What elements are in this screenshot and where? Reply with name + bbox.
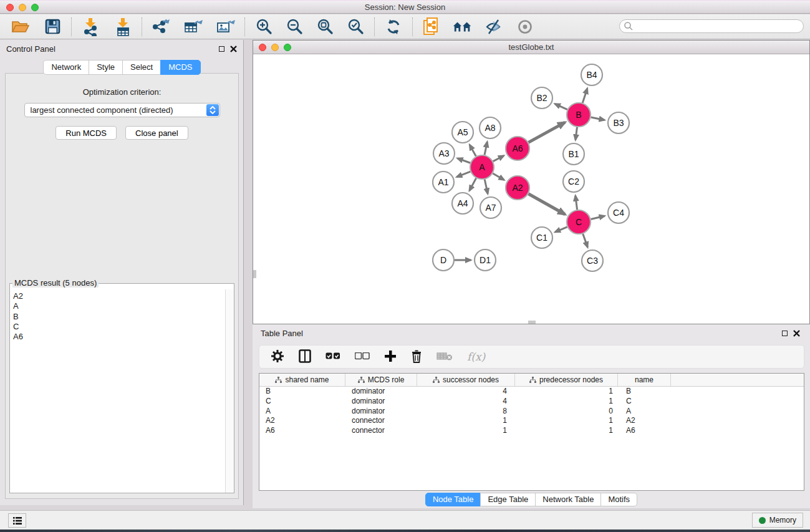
tab-motifs[interactable]: Motifs bbox=[600, 493, 637, 506]
table-row[interactable]: Cdominator41C bbox=[259, 397, 804, 407]
graph-edge-A2-C[interactable] bbox=[528, 194, 565, 215]
mcds-result-list[interactable]: A2ABCA6 bbox=[11, 290, 225, 492]
table-cell[interactable]: connector bbox=[345, 416, 417, 426]
table-float-panel-icon[interactable] bbox=[782, 331, 788, 336]
graph-node-C2[interactable]: C2 bbox=[563, 171, 584, 192]
table-row[interactable]: A6connector11A6 bbox=[259, 426, 804, 436]
table-cell[interactable]: 1 bbox=[515, 416, 618, 426]
zoom-selected-icon[interactable] bbox=[345, 17, 365, 36]
task-history-button[interactable] bbox=[8, 513, 26, 528]
graph-node-A2[interactable]: A2 bbox=[506, 176, 529, 200]
graph-node-A6[interactable]: A6 bbox=[506, 137, 529, 160]
graph-node-C3[interactable]: C3 bbox=[582, 250, 603, 271]
close-panel-button[interactable]: Close panel bbox=[125, 126, 188, 140]
memory-button[interactable]: Memory bbox=[752, 513, 803, 528]
column-header-shared-name[interactable]: shared name bbox=[259, 374, 345, 386]
graph-node-B3[interactable]: B3 bbox=[608, 112, 629, 133]
table-cell[interactable]: 1 bbox=[417, 416, 515, 426]
settings-gear-icon[interactable] bbox=[271, 349, 284, 365]
zoom-in-icon[interactable] bbox=[254, 17, 274, 36]
import-network-icon[interactable] bbox=[80, 17, 100, 36]
network-close-button[interactable] bbox=[259, 44, 266, 51]
column-header-MCDS-role[interactable]: MCDS role bbox=[345, 374, 417, 386]
graph-edge-C-C2[interactable] bbox=[576, 196, 577, 210]
graph-node-B4[interactable]: B4 bbox=[581, 64, 602, 85]
network-hscroll-thumb[interactable] bbox=[528, 321, 536, 324]
deselect-all-columns-icon[interactable] bbox=[355, 352, 370, 362]
graph-node-A[interactable]: A bbox=[470, 155, 494, 179]
hide-graphics-details-icon[interactable] bbox=[484, 17, 504, 36]
graph-node-C1[interactable]: C1 bbox=[531, 227, 552, 248]
column-header-successor-nodes[interactable]: successor nodes bbox=[417, 374, 515, 386]
float-panel-icon[interactable] bbox=[219, 46, 224, 52]
clone-network-icon[interactable] bbox=[422, 17, 441, 36]
add-column-icon[interactable] bbox=[384, 350, 397, 364]
tab-select[interactable]: Select bbox=[122, 60, 161, 75]
table-cell[interactable]: A6 bbox=[259, 426, 345, 436]
tab-style[interactable]: Style bbox=[89, 60, 123, 75]
graph-edge-B-B2[interactable] bbox=[555, 104, 567, 110]
graph-node-D1[interactable]: D1 bbox=[475, 249, 496, 271]
graph-edge-A-A8[interactable] bbox=[485, 142, 487, 155]
table-cell[interactable]: A bbox=[259, 407, 345, 417]
table-cell[interactable]: A6 bbox=[618, 426, 671, 436]
open-session-icon[interactable] bbox=[10, 17, 30, 36]
graph-node-A5[interactable]: A5 bbox=[452, 122, 473, 143]
zoom-out-icon[interactable] bbox=[284, 17, 304, 36]
graph-node-A1[interactable]: A1 bbox=[433, 172, 454, 193]
graph-edge-B-B4[interactable] bbox=[582, 89, 587, 103]
graph-edge-B-B1[interactable] bbox=[576, 127, 577, 140]
save-session-icon[interactable] bbox=[42, 17, 62, 36]
tab-network-table[interactable]: Network Table bbox=[535, 493, 601, 506]
table-cell[interactable]: dominator bbox=[345, 407, 417, 417]
delete-table-icon[interactable] bbox=[436, 351, 453, 363]
graph-edge-C-C1[interactable] bbox=[555, 227, 567, 232]
graph-edge-A-A5[interactable] bbox=[470, 145, 476, 156]
result-scrollbar[interactable] bbox=[225, 289, 234, 493]
column-header-predecessor-nodes[interactable]: predecessor nodes bbox=[515, 374, 618, 386]
table-header-row[interactable]: shared nameMCDS rolesuccessor nodesprede… bbox=[259, 374, 804, 387]
zoom-fit-icon[interactable] bbox=[315, 17, 335, 36]
table-row[interactable]: A2connector11A2 bbox=[259, 416, 804, 426]
tab-network[interactable]: Network bbox=[43, 60, 89, 75]
table-row[interactable]: Adominator80A bbox=[259, 407, 804, 417]
graph-node-B1[interactable]: B1 bbox=[563, 143, 584, 165]
table-cell[interactable]: C bbox=[618, 397, 671, 407]
minimize-window-button[interactable] bbox=[19, 4, 26, 11]
graph-node-B2[interactable]: B2 bbox=[531, 87, 552, 109]
graph-node-A4[interactable]: A4 bbox=[452, 193, 473, 214]
window-controls[interactable] bbox=[6, 4, 39, 11]
refresh-icon[interactable] bbox=[383, 17, 403, 36]
column-selector-icon[interactable] bbox=[299, 349, 311, 365]
mcds-result-item[interactable]: C bbox=[13, 322, 225, 332]
network-window-controls[interactable] bbox=[259, 44, 291, 51]
mcds-result-item[interactable]: A2 bbox=[13, 291, 225, 301]
table-cell[interactable]: 1 bbox=[515, 426, 618, 436]
graph-edge-A-A7[interactable] bbox=[485, 180, 488, 194]
tab-node-table[interactable]: Node Table bbox=[425, 493, 481, 506]
table-cell[interactable]: A2 bbox=[259, 416, 345, 426]
optimization-criterion-select[interactable]: largest connected component (directed) bbox=[24, 103, 220, 117]
graph-edge-A-A4[interactable] bbox=[470, 178, 476, 191]
table-cell[interactable]: 0 bbox=[515, 407, 618, 417]
table-cell[interactable]: 4 bbox=[417, 397, 515, 407]
table-cell[interactable]: A bbox=[618, 407, 671, 417]
network-canvas[interactable]: B4B2BB3A8A5A6A3B1AA1C2A2A4A7C4CC1C3DD1 bbox=[253, 54, 809, 324]
home-layout-icon[interactable] bbox=[453, 17, 473, 36]
close-panel-icon[interactable] bbox=[230, 46, 237, 52]
graph-edge-C-C4[interactable] bbox=[591, 216, 604, 219]
graph-edge-A6-B[interactable] bbox=[529, 122, 566, 142]
search-field[interactable] bbox=[619, 19, 804, 33]
table-cell[interactable]: connector bbox=[345, 426, 417, 436]
column-header-name[interactable]: name bbox=[618, 374, 671, 386]
select-all-columns-icon[interactable] bbox=[325, 352, 340, 362]
table-close-panel-icon[interactable] bbox=[793, 330, 800, 337]
mcds-result-item[interactable]: A bbox=[13, 301, 225, 311]
graph-edge-A-A6[interactable] bbox=[493, 156, 504, 162]
export-image-icon[interactable] bbox=[216, 17, 236, 36]
search-input[interactable] bbox=[634, 21, 803, 32]
mcds-result-item[interactable]: B bbox=[13, 312, 225, 322]
table-cell[interactable]: dominator bbox=[345, 387, 417, 397]
graph-edge-A-A1[interactable] bbox=[456, 172, 470, 177]
graph-node-D[interactable]: D bbox=[433, 249, 454, 271]
